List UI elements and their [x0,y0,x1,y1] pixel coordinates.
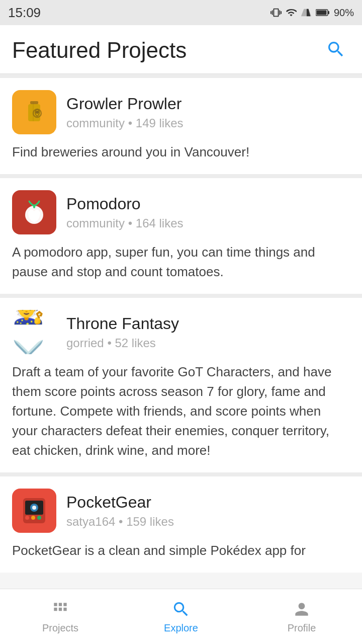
project-meta-throne: gorried • 52 likes [66,336,179,350]
projects-grid-icon [51,600,70,619]
project-name-growler: Growler Prowler [66,95,184,113]
divider-2 [0,294,362,298]
project-icon-growler [12,90,56,134]
project-description-growler: Find breweries around you in Vancouver! [12,142,350,162]
divider-1 [0,174,362,178]
project-icon-throne: 🧙⚔️ [12,310,56,354]
project-description-pocketgear: PocketGear is a clean and simple Pokédex… [12,541,350,560]
nav-item-projects[interactable]: Projects [0,599,121,634]
svg-point-12 [25,516,29,520]
project-icon-pomodoro [12,190,56,234]
svg-point-16 [32,506,36,510]
project-header-throne: 🧙⚔️ Throne Fantasy gorried • 52 likes [12,310,350,354]
project-header-pomodoro: Pomodoro community • 164 likes [12,190,350,234]
project-name-pocketgear: PocketGear [66,493,174,512]
svg-rect-3 [30,101,38,104]
project-description-pomodoro: A pomodoro app, super fun, you can time … [12,243,350,282]
nav-label-explore: Explore [164,622,198,634]
project-card-throne-fantasy[interactable]: 🧙⚔️ Throne Fantasy gorried • 52 likes Dr… [0,298,362,472]
throne-icon-emoji: 🧙⚔️ [12,310,56,354]
project-meta-pomodoro: community • 164 likes [66,216,184,230]
nav-item-profile[interactable]: Profile [241,599,362,634]
bottom-navigation: Projects Explore Profile [0,589,362,644]
project-name-throne: Throne Fantasy [66,314,179,333]
search-button[interactable] [322,35,350,65]
project-meta-pocketgear: satya164 • 159 likes [66,515,174,529]
page-header: Featured Projects [0,25,362,74]
page-title: Featured Projects [12,38,187,63]
section-divider-top [0,74,362,78]
divider-3 [0,472,362,476]
svg-rect-2 [316,11,326,15]
project-card-growler-prowler[interactable]: Growler Prowler community • 149 likes Fi… [0,78,362,174]
project-card-pocketgear[interactable]: PocketGear satya164 • 159 likes PocketGe… [0,476,362,573]
svg-point-14 [37,516,41,520]
battery-percentage: 90% [334,7,354,19]
growler-icon-svg [19,97,49,127]
nav-label-projects: Projects [42,622,78,634]
project-icon-pocketgear [12,489,56,533]
svg-point-13 [31,516,35,520]
wifi-icon [286,7,297,18]
project-name-pomodoro: Pomodoro [66,195,184,213]
explore-icon [171,599,191,619]
status-bar: 15:09 90% [0,0,362,25]
svg-point-7 [36,111,39,114]
project-description-throne: Draft a team of your favorite GoT Charac… [12,362,350,460]
project-info-pocketgear: PocketGear satya164 • 159 likes [66,493,174,529]
project-info-pomodoro: Pomodoro community • 164 likes [66,195,184,230]
status-icons: 90% [270,7,354,19]
project-info-throne: Throne Fantasy gorried • 52 likes [66,314,179,350]
project-info-growler: Growler Prowler community • 149 likes [66,95,184,130]
signal-icon [301,7,312,18]
project-card-pomodoro[interactable]: Pomodoro community • 164 likes A pomodor… [0,178,362,294]
pomodoro-icon-svg [19,197,49,227]
search-icon [326,39,346,59]
battery-icon [316,7,330,18]
status-time: 15:09 [8,5,41,21]
profile-icon [292,599,312,619]
projects-icon [50,599,70,619]
nav-item-explore[interactable]: Explore [121,599,241,634]
project-header-pocketgear: PocketGear satya164 • 159 likes [12,489,350,533]
pocketgear-icon-svg [19,496,49,526]
nav-label-profile: Profile [288,622,316,634]
vibrate-icon [270,7,282,18]
svg-rect-1 [328,11,329,14]
content-area: Growler Prowler community • 149 likes Fi… [0,74,362,628]
project-meta-growler: community • 149 likes [66,116,184,130]
profile-person-icon [292,600,311,619]
project-header: Growler Prowler community • 149 likes [12,90,350,134]
explore-search-icon [171,600,191,619]
